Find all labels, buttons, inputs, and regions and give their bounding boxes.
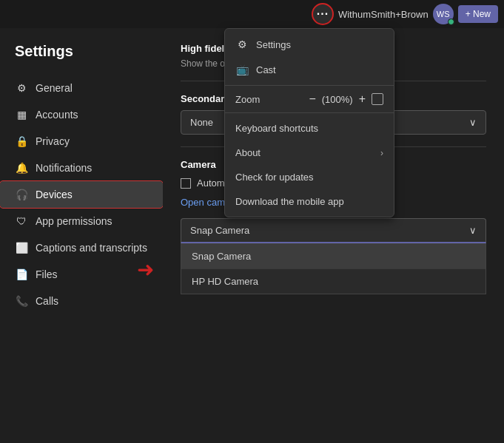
cast-icon: 📺 [235,64,249,75]
sidebar-item-privacy[interactable]: 🔒 Privacy [0,128,163,155]
sidebar-item-general[interactable]: ⚙ General [0,75,163,101]
secondary-ringer-value: None [190,117,213,128]
sidebar-label-captions: Captions and transcripts [36,242,147,254]
new-button[interactable]: + New [458,5,498,23]
menu-item-settings[interactable]: ⚙ Settings [225,32,394,57]
shield-icon: 🛡 [15,214,28,228]
sidebar-label-app-permissions: App permissions [36,215,112,227]
bell-icon: 🔔 [15,161,28,175]
menu-item-download-left: Download the mobile app [235,196,344,207]
sidebar-label-files: Files [36,268,58,280]
fullscreen-button[interactable] [372,93,383,105]
gear-icon: ⚙ [15,81,28,95]
menu-divider-1 [225,85,394,86]
download-app-label: Download the mobile app [235,196,344,207]
menu-cast-label: Cast [256,64,276,75]
new-button-label: + New [466,9,491,19]
lock-icon: 🔒 [15,135,28,148]
menu-item-check-updates[interactable]: Check for updates [225,165,394,189]
username-label: WithumSmith+Brown [338,9,429,20]
camera-dropdown-value: Snap Camera [190,225,249,236]
camera-option-snap[interactable]: Snap Camera [181,244,485,269]
more-options-button[interactable]: ··· [312,3,334,25]
more-dots-icon: ··· [317,7,329,21]
arrow-indicator: ➜ [137,257,154,282]
sidebar-label-devices: Devices [36,189,73,200]
keyboard-shortcuts-label: Keyboard shortcuts [235,123,318,134]
menu-settings-label: Settings [256,39,291,50]
camera-dropdown[interactable]: Snap Camera ∨ [181,218,486,243]
presence-dot [448,18,454,25]
phone-icon: 📞 [15,294,28,308]
menu-item-cast[interactable]: 📺 Cast [225,57,394,82]
sidebar-label-general: General [36,82,73,94]
menu-divider-2 [225,112,394,113]
settings-gear-icon: ⚙ [235,38,249,50]
camera-checkbox[interactable] [181,178,191,189]
menu-item-download-app[interactable]: Download the mobile app [225,189,394,214]
zoom-in-button[interactable]: + [359,93,366,105]
top-bar: ··· WithumSmith+Brown WS + New [0,0,504,28]
camera-chevron-icon: ∨ [469,225,477,236]
sidebar-title: Settings [0,43,163,75]
menu-item-keyboard-left: Keyboard shortcuts [235,123,318,134]
zoom-row: Zoom − (100%) + [225,89,394,109]
top-bar-right: ··· WithumSmith+Brown WS + New [312,3,498,25]
captions-icon: ⬜ [15,241,28,254]
context-menu: ⚙ Settings 📺 Cast Zoom − (100%) + Keyboa… [224,28,394,217]
zoom-out-button[interactable]: − [309,93,315,105]
about-label: About [235,147,261,158]
zoom-value: (100%) [322,94,353,105]
accounts-icon: ▦ [15,108,28,121]
menu-item-settings-left: ⚙ Settings [235,38,291,50]
menu-item-about-left: About [235,147,261,158]
menu-item-cast-left: 📺 Cast [235,64,276,75]
menu-item-keyboard-shortcuts[interactable]: Keyboard shortcuts [225,116,394,141]
camera-dropdown-wrapper: Snap Camera ∨ Snap Camera HP HD Camera [181,218,486,294]
sidebar: Settings ⚙ General ▦ Accounts 🔒 Privacy … [0,28,163,443]
avatar-initials: WS [437,10,450,18]
file-icon: 📄 [15,268,28,281]
sidebar-label-accounts: Accounts [36,109,78,121]
chevron-down-icon: ∨ [469,117,477,128]
sidebar-item-notifications[interactable]: 🔔 Notifications [0,155,163,181]
camera-option-hp[interactable]: HP HD Camera [181,269,485,294]
chevron-right-icon: › [380,148,383,158]
sidebar-label-calls: Calls [36,295,58,307]
sidebar-label-privacy: Privacy [36,135,70,147]
menu-item-updates-left: Check for updates [235,172,314,183]
avatar: WS [433,4,454,24]
zoom-label: Zoom [235,94,301,105]
menu-item-about[interactable]: About › [225,141,394,165]
sidebar-item-calls[interactable]: 📞 Calls [0,288,163,314]
sidebar-item-accounts[interactable]: ▦ Accounts [0,101,163,128]
sidebar-item-devices[interactable]: 🎧 Devices [0,181,163,208]
headset-icon: 🎧 [15,188,28,201]
sidebar-item-app-permissions[interactable]: 🛡 App permissions [0,208,163,234]
zoom-controls: − (100%) + [309,93,383,105]
sidebar-label-notifications: Notifications [36,162,92,174]
check-updates-label: Check for updates [235,172,314,183]
camera-options-list: Snap Camera HP HD Camera [181,243,486,294]
